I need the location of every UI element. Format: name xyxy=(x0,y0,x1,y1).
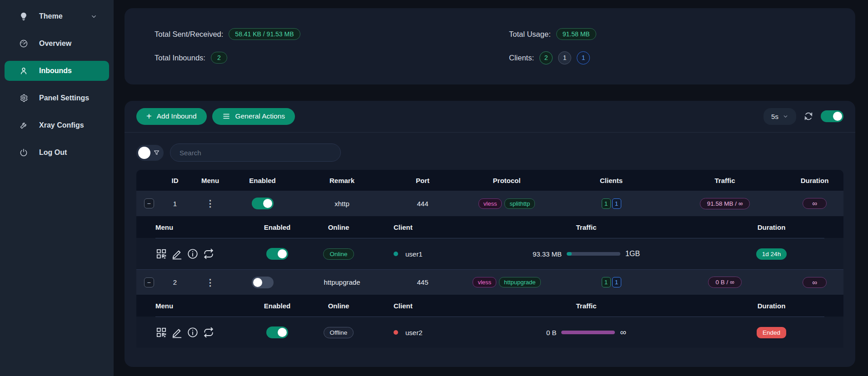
search-input[interactable] xyxy=(170,143,341,162)
refresh-interval-select[interactable]: 5s xyxy=(763,108,796,125)
header-traffic: Traffic xyxy=(663,177,786,184)
inbound-id: 1 xyxy=(161,200,189,208)
general-actions-button[interactable]: General Actions xyxy=(212,108,295,125)
bulb-icon xyxy=(19,12,28,21)
qrcode-icon[interactable] xyxy=(155,248,167,260)
total-sent-received-label: Total Sent/Received: xyxy=(155,30,223,39)
client-subtable: Menu Enabled Online Client Traffic Durat… xyxy=(136,295,843,348)
header-protocol: Protocol xyxy=(454,177,559,184)
info-icon[interactable] xyxy=(187,248,199,260)
sidebar-item-logout[interactable]: Log Out xyxy=(5,143,109,163)
search-row xyxy=(136,143,843,162)
subheader-traffic: Traffic xyxy=(473,302,700,310)
client-status-dot xyxy=(394,252,398,256)
header-menu: Menu xyxy=(189,177,232,184)
client-traffic-cap: ∞ xyxy=(620,327,626,337)
chevron-down-icon xyxy=(90,13,97,20)
subheader-duration: Duration xyxy=(700,223,843,231)
dashboard-icon xyxy=(19,39,28,48)
sidebar: Theme Overview Inbounds Panel Settings X… xyxy=(0,0,114,376)
subheader-client: Client xyxy=(368,223,473,231)
qrcode-icon[interactable] xyxy=(155,327,167,338)
client-subtable-header: Menu Enabled Online Client Traffic Durat… xyxy=(136,216,843,238)
client-subtable-header: Menu Enabled Online Client Traffic Durat… xyxy=(136,295,843,317)
inbound-remark: xhttp xyxy=(293,200,391,208)
filter-toggle-knob xyxy=(138,147,150,159)
client-traffic-progress-fill xyxy=(561,331,615,334)
total-usage-label: Total Usage: xyxy=(509,30,551,39)
info-icon[interactable] xyxy=(187,327,199,338)
user-icon xyxy=(19,66,28,75)
client-enabled-toggle[interactable] xyxy=(266,248,288,260)
edit-icon[interactable] xyxy=(171,248,183,260)
client-traffic-cap: 1GB xyxy=(625,250,640,258)
inbound-traffic-badge: 0 B / ∞ xyxy=(708,277,741,288)
inbounds-panel: + Add Inbound General Actions 5s xyxy=(125,101,855,367)
client-traffic-used: 0 B xyxy=(546,329,557,336)
reset-traffic-icon[interactable] xyxy=(203,327,215,338)
inbound-enabled-toggle[interactable] xyxy=(252,277,274,288)
reset-traffic-icon[interactable] xyxy=(203,248,215,260)
add-inbound-button[interactable]: + Add Inbound xyxy=(136,108,207,125)
header-id: ID xyxy=(161,177,189,184)
row-menu-icon[interactable]: ⋮ xyxy=(206,277,215,288)
total-inbounds-value: 2 xyxy=(211,52,227,64)
sidebar-item-label: Log Out xyxy=(39,148,67,157)
clients-count-badge: 1 xyxy=(558,51,571,64)
header-port: Port xyxy=(391,177,454,184)
inbound-port: 445 xyxy=(391,278,454,286)
sidebar-item-overview[interactable]: Overview xyxy=(5,34,109,54)
inbound-port: 444 xyxy=(391,200,454,208)
collapse-row-button[interactable]: − xyxy=(144,198,154,208)
sidebar-item-panel-settings[interactable]: Panel Settings xyxy=(5,88,109,108)
inbounds-table: ID Menu Enabled Remark Port Protocol Cli… xyxy=(136,170,843,348)
client-online-badge: Offline xyxy=(324,327,354,338)
header-remark: Remark xyxy=(293,177,391,184)
subheader-enabled: Enabled xyxy=(245,223,309,231)
collapse-row-button[interactable]: − xyxy=(144,277,154,287)
subheader-online: Online xyxy=(309,223,368,231)
client-row: Online user1 93.33 MB 1GB 1d 24h xyxy=(136,238,843,269)
protocol-tag: vless xyxy=(473,277,496,287)
sidebar-item-xray-configs[interactable]: Xray Configs xyxy=(5,115,109,135)
plus-icon: + xyxy=(146,112,152,121)
clients-count-badge: 1 xyxy=(577,51,590,64)
subheader-client: Client xyxy=(368,302,473,310)
client-traffic-progress-fill xyxy=(567,252,572,256)
protocol-tag: splithttp xyxy=(504,198,535,209)
sidebar-item-inbounds[interactable]: Inbounds xyxy=(5,61,109,81)
inbound-duration-badge: ∞ xyxy=(803,277,827,288)
filter-toggle[interactable] xyxy=(136,145,164,161)
sidebar-theme-toggle[interactable]: Theme xyxy=(5,6,109,26)
client-count-badge: 1 xyxy=(602,277,611,287)
client-name: user1 xyxy=(405,250,423,258)
header-duration: Duration xyxy=(786,177,843,184)
stats-card: Total Sent/Received: 58.41 KB / 91.53 MB… xyxy=(125,8,855,84)
subheader-traffic: Traffic xyxy=(473,223,700,231)
logout-icon xyxy=(19,148,28,157)
client-traffic-progress xyxy=(567,252,620,256)
edit-icon[interactable] xyxy=(171,327,183,338)
client-traffic-progress xyxy=(561,331,615,334)
auto-refresh-toggle[interactable] xyxy=(821,110,843,122)
inbound-row: − 2 ⋮ httpupgrade 445 vless httpupgrade … xyxy=(136,269,843,295)
client-status-dot xyxy=(394,330,398,335)
wrench-icon xyxy=(19,121,28,130)
inbound-remark: httpupgrade xyxy=(293,278,391,286)
client-enabled-toggle[interactable] xyxy=(266,327,288,338)
client-traffic-used: 93.33 MB xyxy=(533,250,562,258)
total-sent-received-value: 58.41 KB / 91.53 MB xyxy=(229,28,300,40)
inbound-enabled-toggle[interactable] xyxy=(252,198,274,209)
main-content: Total Sent/Received: 58.41 KB / 91.53 MB… xyxy=(114,0,868,376)
refresh-icon[interactable] xyxy=(803,111,813,121)
client-subtable: Menu Enabled Online Client Traffic Durat… xyxy=(136,216,843,269)
chevron-down-icon xyxy=(783,114,788,119)
row-menu-icon[interactable]: ⋮ xyxy=(206,198,215,209)
toolbar-divider xyxy=(125,132,855,133)
toolbar: + Add Inbound General Actions 5s xyxy=(136,108,843,125)
protocol-tag: vless xyxy=(479,198,502,209)
subheader-duration: Duration xyxy=(700,302,843,310)
inbound-duration-badge: ∞ xyxy=(803,198,827,209)
total-inbounds-label: Total Inbounds: xyxy=(155,54,205,62)
inbound-row: − 1 ⋮ xhttp 444 vless splithttp 1 1 91.5… xyxy=(136,191,843,216)
